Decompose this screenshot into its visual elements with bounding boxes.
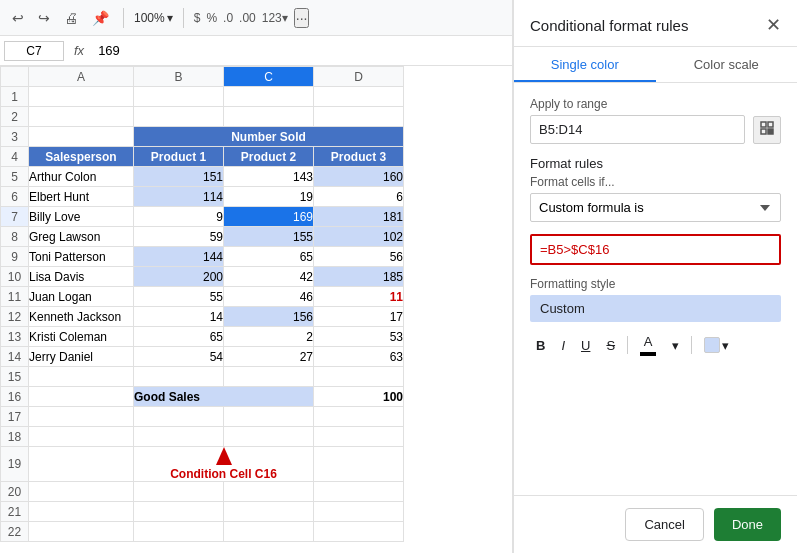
cell[interactable]	[224, 482, 314, 502]
cell[interactable]: 27	[224, 347, 314, 367]
cell[interactable]	[314, 522, 404, 542]
bold-button[interactable]: B	[530, 334, 551, 357]
cell[interactable]: 185	[314, 267, 404, 287]
cell[interactable]	[314, 407, 404, 427]
cell[interactable]	[29, 367, 134, 387]
cell[interactable]: 46	[224, 287, 314, 307]
cell[interactable]: Elbert Hunt	[29, 187, 134, 207]
redo-button[interactable]: ↪	[34, 8, 54, 28]
cell[interactable]	[314, 502, 404, 522]
fill-color-button[interactable]: ▾	[698, 333, 735, 357]
cell[interactable]	[29, 482, 134, 502]
cell[interactable]	[134, 87, 224, 107]
text-color-dropdown[interactable]: ▾	[666, 334, 685, 357]
cell[interactable]: Juan Logan	[29, 287, 134, 307]
range-select-button[interactable]	[753, 116, 781, 144]
cell[interactable]: Arthur Colon	[29, 167, 134, 187]
cell[interactable]	[29, 127, 134, 147]
cell[interactable]: Lisa Davis	[29, 267, 134, 287]
cell[interactable]	[29, 427, 134, 447]
cell[interactable]: 14	[134, 307, 224, 327]
cell[interactable]: 56	[314, 247, 404, 267]
cell[interactable]: Kenneth Jackson	[29, 307, 134, 327]
strikethrough-button[interactable]: S	[600, 334, 621, 357]
cell[interactable]: 102	[314, 227, 404, 247]
good-sales-value[interactable]: 100	[314, 387, 404, 407]
cell[interactable]	[314, 107, 404, 127]
cell[interactable]	[134, 367, 224, 387]
col-header-c[interactable]: C	[224, 67, 314, 87]
cell[interactable]: 17	[314, 307, 404, 327]
cell[interactable]: Greg Lawson	[29, 227, 134, 247]
done-button[interactable]: Done	[714, 508, 781, 541]
cell[interactable]	[224, 427, 314, 447]
cell[interactable]	[134, 482, 224, 502]
tab-single-color[interactable]: Single color	[514, 47, 656, 82]
cell[interactable]: Jerry Daniel	[29, 347, 134, 367]
print-button[interactable]: 🖨	[60, 8, 82, 28]
cell[interactable]	[134, 407, 224, 427]
cell[interactable]	[134, 502, 224, 522]
cell[interactable]	[224, 367, 314, 387]
cell[interactable]: 42	[224, 267, 314, 287]
number-format-button[interactable]: 123▾	[262, 11, 288, 25]
cell[interactable]	[29, 107, 134, 127]
underline-button[interactable]: U	[575, 334, 596, 357]
cell[interactable]: 65	[224, 247, 314, 267]
cell[interactable]	[224, 502, 314, 522]
cell[interactable]: 143	[224, 167, 314, 187]
close-panel-button[interactable]: ✕	[766, 14, 781, 36]
cell[interactable]	[29, 387, 134, 407]
cell[interactable]: 59	[134, 227, 224, 247]
zoom-button[interactable]: 100% ▾	[134, 11, 173, 25]
cell[interactable]: 160	[314, 167, 404, 187]
decimal-up-button[interactable]: .00	[239, 11, 256, 25]
cell[interactable]: 9	[134, 207, 224, 227]
undo-button[interactable]: ↩	[8, 8, 28, 28]
cell[interactable]: Billy Love	[29, 207, 134, 227]
cell[interactable]: 54	[134, 347, 224, 367]
format-condition-dropdown[interactable]: Custom formula is	[530, 193, 781, 222]
cancel-button[interactable]: Cancel	[625, 508, 703, 541]
cell[interactable]	[224, 87, 314, 107]
cell-reference[interactable]: C7	[4, 41, 64, 61]
good-sales-cell[interactable]: Good Sales	[134, 387, 314, 407]
cell[interactable]: 11	[314, 287, 404, 307]
cell[interactable]: 63	[314, 347, 404, 367]
cell[interactable]	[224, 107, 314, 127]
cell[interactable]	[224, 407, 314, 427]
cell[interactable]	[314, 427, 404, 447]
cell[interactable]	[314, 482, 404, 502]
cell-c7[interactable]: 169	[224, 207, 314, 227]
formula-input[interactable]: 169	[94, 41, 508, 60]
cell[interactable]	[29, 447, 134, 482]
cell[interactable]	[29, 407, 134, 427]
cell[interactable]: 55	[134, 287, 224, 307]
pin-button[interactable]: 📌	[88, 8, 113, 28]
cell[interactable]	[29, 502, 134, 522]
cell[interactable]: 144	[134, 247, 224, 267]
cell[interactable]	[134, 522, 224, 542]
currency-button[interactable]: $	[194, 11, 201, 25]
cell[interactable]: 6	[314, 187, 404, 207]
cell[interactable]	[314, 367, 404, 387]
cell[interactable]: 65	[134, 327, 224, 347]
cell[interactable]: Kristi Coleman	[29, 327, 134, 347]
cell[interactable]: 19	[224, 187, 314, 207]
col-header-d[interactable]: D	[314, 67, 404, 87]
cell[interactable]	[29, 87, 134, 107]
cell[interactable]: 114	[134, 187, 224, 207]
grid-container[interactable]: A B C D 1 2 3 Number Sold 4	[0, 66, 512, 553]
cell[interactable]: 155	[224, 227, 314, 247]
cell[interactable]	[314, 447, 404, 482]
italic-button[interactable]: I	[555, 334, 571, 357]
cell[interactable]	[314, 87, 404, 107]
formula-input-field[interactable]: =B5>$C$16	[530, 234, 781, 265]
range-input[interactable]: B5:D14	[530, 115, 745, 144]
cell[interactable]	[134, 427, 224, 447]
cell[interactable]: 181	[314, 207, 404, 227]
cell[interactable]: 2	[224, 327, 314, 347]
cell[interactable]: 200	[134, 267, 224, 287]
tab-color-scale[interactable]: Color scale	[656, 47, 798, 82]
cell[interactable]	[29, 522, 134, 542]
